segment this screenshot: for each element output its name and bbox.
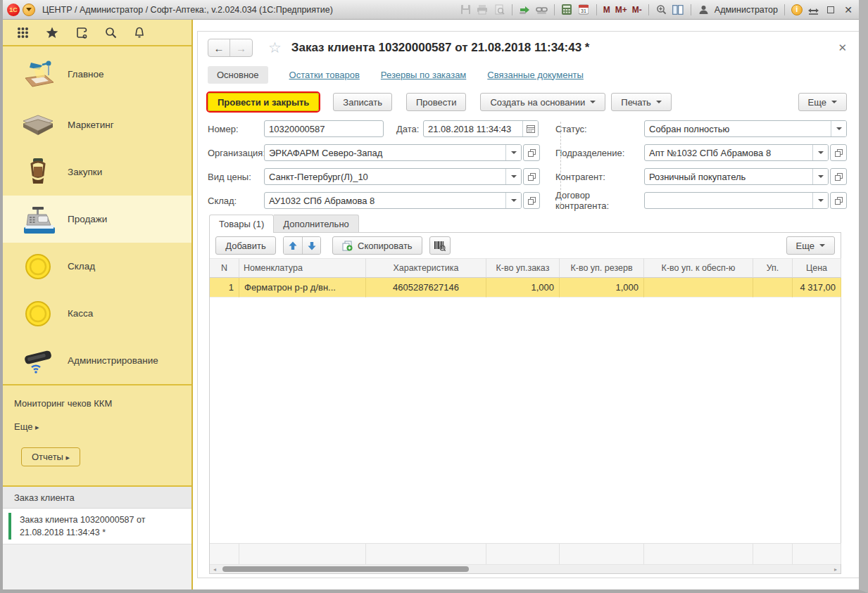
sidebar-item-prodazhi[interactable]: Продажи [3, 196, 191, 243]
warehouse-input[interactable]: АУ1032 СПб Абрамова 8 [265, 193, 505, 208]
move-row-down-button[interactable] [302, 237, 320, 254]
memory-m-minus-button[interactable]: M- [632, 5, 642, 15]
memory-m-button[interactable]: M [603, 5, 610, 15]
counterparty-dropdown-button[interactable] [812, 169, 828, 184]
cell-kvo-zakaz[interactable]: 1,000 [486, 278, 560, 298]
zoom-icon[interactable] [655, 4, 667, 15]
sections-grid-icon[interactable] [17, 27, 29, 39]
split-window-icon[interactable] [672, 4, 684, 15]
table-row-selected[interactable]: 1 Ферматрон р-р д/вн... 4605287627146 1,… [210, 278, 841, 298]
sidebar-item-administrirovanie[interactable]: Администрирование [3, 337, 191, 384]
maximize-button[interactable] [824, 4, 837, 15]
form-more-button[interactable]: Еще [798, 93, 847, 111]
column-header[interactable]: Цена [793, 258, 841, 278]
close-window-button[interactable]: ✕ [842, 4, 855, 15]
notifications-bell-icon[interactable] [134, 27, 145, 39]
column-header[interactable]: К-во уп. резерв [560, 258, 644, 278]
form-column-separator[interactable] [560, 122, 561, 208]
column-header[interactable]: Характеристика [366, 258, 486, 278]
division-dropdown-button[interactable] [812, 145, 828, 160]
cell-n[interactable]: 1 [210, 278, 239, 298]
link-ostatki-tovarov[interactable]: Остатки товаров [289, 70, 360, 80]
tab-tovary[interactable]: Товары (1) [209, 215, 274, 233]
tab-dopolnitelno[interactable]: Дополнительно [274, 215, 359, 233]
calculator-icon[interactable] [561, 4, 573, 15]
sidebar-item-kassa[interactable]: Касса [3, 290, 191, 337]
horizontal-scrollbar[interactable]: ◂ ▸ [210, 564, 841, 573]
scroll-right-arrow[interactable]: ▸ [831, 566, 841, 573]
warehouse-dropdown-button[interactable] [505, 193, 521, 208]
contract-open-button[interactable] [830, 192, 847, 209]
get-link-icon[interactable] [536, 4, 548, 15]
memory-m-plus-button[interactable]: M+ [615, 5, 627, 15]
price-type-open-button[interactable] [523, 168, 540, 185]
division-input[interactable]: Апт №1032 СПб Абрамова 8 [645, 145, 812, 160]
sidebar-item-sklad[interactable]: Склад [3, 243, 191, 290]
scroll-left-arrow[interactable]: ◂ [210, 566, 220, 573]
monitoring-kkm-link[interactable]: Мониторинг чеков ККМ [14, 398, 191, 409]
close-document-button[interactable]: ✕ [838, 42, 847, 54]
date-calendar-button[interactable] [522, 121, 538, 136]
scrollbar-thumb[interactable] [222, 566, 469, 572]
create-based-on-button[interactable]: Создать на основании [480, 93, 605, 111]
history-icon[interactable] [75, 27, 88, 39]
contract-dropdown-button[interactable] [812, 193, 828, 208]
date-input[interactable]: 21.08.2018 11:34:43 [424, 121, 522, 136]
go-to-link-icon[interactable] [519, 4, 531, 15]
column-header[interactable]: Номенклатура [239, 258, 366, 278]
column-header[interactable]: N [210, 258, 239, 278]
reports-button[interactable]: Отчеты ▸ [21, 447, 80, 466]
column-header[interactable]: К-во уп.заказ [486, 258, 560, 278]
cell-up[interactable] [753, 278, 793, 298]
open-window-item[interactable]: Заказ клиента 10320000587 от 21.08.2018 … [3, 509, 191, 544]
calendar-icon[interactable]: 31 [578, 4, 590, 15]
post-and-close-button[interactable]: Провести и закрыть [208, 93, 319, 111]
division-open-button[interactable] [830, 144, 847, 161]
post-button[interactable]: Провести [406, 93, 467, 111]
price-type-dropdown-button[interactable] [505, 169, 521, 184]
sidebar-more-link[interactable]: Еще ▸ [14, 421, 191, 432]
column-header[interactable]: К-во уп. к обесп-ю [644, 258, 753, 278]
status-input[interactable]: Собран полностью [645, 121, 831, 136]
counterparty-open-button[interactable] [830, 168, 847, 185]
move-row-up-button[interactable] [284, 237, 302, 254]
sidebar-item-marketing[interactable]: Маркетинг [3, 101, 191, 148]
sidebar-item-glavnoe[interactable]: Главное [3, 46, 191, 101]
organization-open-button[interactable] [523, 144, 540, 161]
info-button[interactable]: i [791, 4, 803, 15]
price-type-input[interactable]: Санкт-Петербург(Л)_10 [265, 169, 505, 184]
organization-input[interactable]: ЭРКАФАРМ Северо-Запад [265, 145, 505, 160]
table-more-button[interactable]: Еще [786, 236, 835, 255]
cell-nomenklatura[interactable]: Ферматрон р-р д/вн... [239, 278, 366, 298]
number-input[interactable]: 10320000587 [264, 120, 384, 137]
cell-kvo-rezerv[interactable]: 1,000 [560, 278, 644, 298]
counterparty-input[interactable]: Розничный покупатель [645, 169, 812, 184]
favorite-star-icon[interactable]: ☆ [268, 39, 282, 56]
copy-row-button[interactable]: Скопировать [332, 236, 422, 255]
save-button[interactable]: Записать [333, 93, 392, 111]
barcode-scanner-button[interactable] [429, 236, 451, 255]
back-button[interactable]: ← [208, 39, 230, 56]
print-button[interactable]: Печать [611, 93, 672, 111]
link-svyazannye-dokumenty[interactable]: Связанные документы [487, 70, 584, 80]
print-preview-icon[interactable] [493, 4, 505, 15]
cell-kvo-obespechenie[interactable] [644, 278, 753, 298]
link-rezervy-po-zakazam[interactable]: Резервы по заказам [381, 70, 466, 80]
print-icon[interactable] [477, 4, 489, 15]
sidebar-item-zakupki[interactable]: Закупки [3, 148, 191, 196]
warehouse-open-button[interactable] [523, 192, 540, 209]
column-header[interactable]: Уп. [753, 258, 793, 278]
add-row-button[interactable]: Добавить [215, 236, 276, 255]
cell-tsena[interactable]: 4 317,00 [793, 278, 841, 298]
search-icon[interactable] [105, 27, 117, 39]
collapse-window-icon[interactable] [807, 4, 819, 15]
status-dropdown-button[interactable] [831, 121, 846, 136]
save-icon[interactable] [460, 4, 472, 15]
forward-button[interactable]: → [230, 39, 252, 56]
contract-input[interactable] [645, 193, 812, 208]
main-menu-button[interactable] [23, 4, 35, 16]
organization-dropdown-button[interactable] [505, 145, 521, 160]
tab-osnovnoe[interactable]: Основное [208, 66, 268, 84]
cell-kharakteristika[interactable]: 4605287627146 [366, 278, 486, 298]
favorites-star-icon[interactable] [46, 27, 58, 39]
